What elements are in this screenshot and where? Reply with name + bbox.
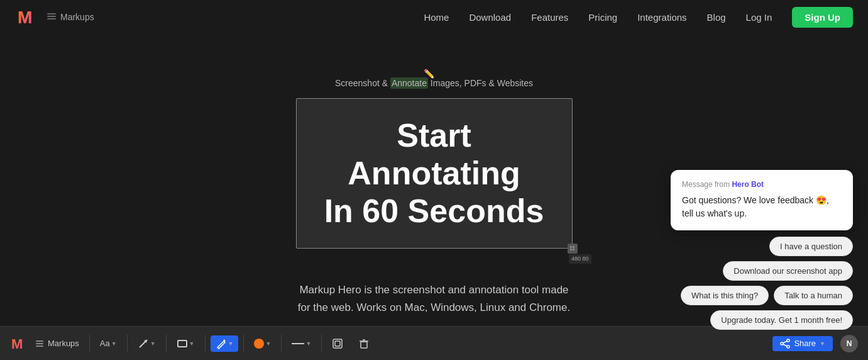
toolbar-divider-6	[281, 335, 282, 352]
toolbar-markups-label: Markups	[35, 339, 79, 348]
toolbar-color-button[interactable]: ▼	[249, 336, 276, 351]
annotation-size-label: 480 80	[569, 254, 591, 264]
nav-home[interactable]: Home	[424, 12, 449, 23]
toolbar-divider-7	[321, 335, 322, 352]
navbar: M M Markups Home Download Features Prici…	[0, 0, 868, 34]
svg-rect-21	[361, 342, 367, 348]
svg-rect-14	[36, 346, 43, 347]
toolbar-delete-button[interactable]	[353, 335, 375, 352]
chat-action-row-1: What is this thing? Talk to a human	[681, 286, 853, 305]
svg-rect-19	[333, 339, 342, 348]
chat-message-bubble: Message from Hero Bot Got questions? We …	[671, 170, 853, 230]
toolbar-move-button[interactable]	[327, 335, 348, 352]
chat-from-label: Message from Hero Bot	[682, 180, 842, 189]
toolbar-logo-icon: M	[10, 334, 30, 354]
chat-action-what[interactable]: What is this thing?	[681, 286, 769, 305]
toolbar-font-button[interactable]: Aa ▼	[95, 336, 122, 351]
chat-action-question[interactable]: I have a question	[769, 237, 853, 256]
chat-actions: I have a question Download our screensho…	[671, 237, 853, 330]
toolbar-line-icon	[292, 343, 304, 344]
svg-text:M: M	[11, 336, 23, 352]
svg-line-28	[783, 344, 787, 346]
chat-bot-name: Hero Bot	[732, 180, 764, 189]
toolbar-share-button[interactable]: Share ▼	[772, 336, 833, 351]
annotation-resize-handle[interactable]	[568, 244, 578, 254]
pen-tool-icon	[216, 338, 227, 349]
svg-rect-4	[47, 18, 56, 20]
hero-title-wrapper: 480 80 Start Annotating In 60 Seconds	[296, 98, 573, 249]
nav-blog[interactable]: Blog	[707, 12, 726, 23]
svg-rect-17	[178, 340, 187, 347]
move-tool-icon	[332, 338, 343, 349]
toolbar-divider-2	[127, 335, 128, 352]
logo-icon: M M	[15, 4, 40, 30]
chat-action-upgrade[interactable]: Upgrade today. Get 1 month free!	[710, 310, 853, 330]
svg-point-24	[781, 342, 783, 345]
toolbar-line-weight-button[interactable]: ▼	[287, 338, 316, 349]
chat-action-download[interactable]: Download our screenshot app	[723, 261, 853, 281]
svg-rect-9	[573, 249, 574, 250]
logo-link[interactable]: M M Markups	[15, 4, 94, 30]
toolbar-rect-button[interactable]: ▼	[172, 335, 200, 352]
svg-rect-6	[570, 246, 572, 248]
nav-pricing[interactable]: Pricing	[588, 12, 617, 23]
login-button[interactable]: Log In	[746, 12, 772, 23]
toolbar-pen-chevron: ▼	[228, 340, 234, 347]
chat-action-human[interactable]: Talk to a human	[774, 286, 853, 305]
svg-rect-7	[573, 246, 574, 248]
nav-features[interactable]: Features	[531, 12, 568, 23]
toolbar-pen-button[interactable]: ▼	[211, 335, 239, 352]
nav-links: Home Download Features Pricing Integrati…	[424, 7, 853, 28]
svg-text:M: M	[18, 8, 32, 27]
trash-icon	[358, 338, 370, 349]
svg-line-18	[224, 340, 225, 341]
toolbar-arrow-chevron: ▼	[150, 340, 156, 347]
share-icon	[780, 339, 790, 349]
logo-label: Markups	[47, 12, 94, 22]
toolbar-divider-1	[89, 335, 90, 352]
toolbar-divider-3	[166, 335, 167, 352]
toolbar-layers-icon	[35, 339, 44, 348]
svg-rect-5	[47, 13, 56, 14]
svg-rect-12	[36, 340, 43, 342]
hero-subtitle: Markup Hero is the screenshot and annota…	[296, 281, 573, 315]
svg-point-26	[787, 346, 789, 348]
svg-point-25	[787, 339, 789, 342]
toolbar-share-chevron: ▼	[820, 340, 825, 347]
hero-title-box: Start Annotating In 60 Seconds	[296, 98, 573, 249]
svg-rect-13	[36, 343, 43, 344]
toolbar-color-chevron: ▼	[265, 340, 271, 347]
chat-widget: Message from Hero Bot Got questions? We …	[671, 170, 853, 330]
toolbar-color-swatch	[254, 339, 264, 349]
toolbar-font-chevron: ▼	[111, 340, 117, 347]
toolbar-divider-4	[205, 335, 206, 352]
rect-tool-icon	[177, 338, 188, 349]
svg-line-27	[783, 341, 787, 343]
hero-eyebrow: Screenshot & Annotate✏️ Images, PDFs & W…	[335, 78, 533, 88]
nav-integrations[interactable]: Integrations	[637, 12, 686, 23]
nav-download[interactable]: Download	[469, 12, 511, 23]
eyebrow-annotate-word: Annotate✏️	[390, 77, 428, 89]
user-avatar[interactable]: N	[840, 335, 858, 352]
arrow-tool-icon	[138, 338, 149, 349]
layers-icon	[47, 12, 57, 22]
toolbar-divider-5	[243, 335, 244, 352]
toolbar-line-chevron: ▼	[305, 340, 311, 347]
hero-title: Start Annotating In 60 Seconds	[321, 117, 547, 230]
svg-rect-8	[570, 249, 572, 250]
pencil-icon: ✏️	[424, 69, 434, 79]
toolbar-rect-chevron: ▼	[189, 340, 195, 347]
svg-rect-20	[335, 341, 340, 346]
bottom-toolbar: M Markups Aa ▼ ▼ ▼	[0, 326, 868, 360]
svg-rect-3	[47, 16, 56, 17]
signup-button[interactable]: Sign Up	[792, 7, 853, 28]
chat-message-text: Got questions? We love feedback 😍, tell …	[682, 194, 842, 220]
toolbar-arrow-button[interactable]: ▼	[133, 335, 161, 352]
